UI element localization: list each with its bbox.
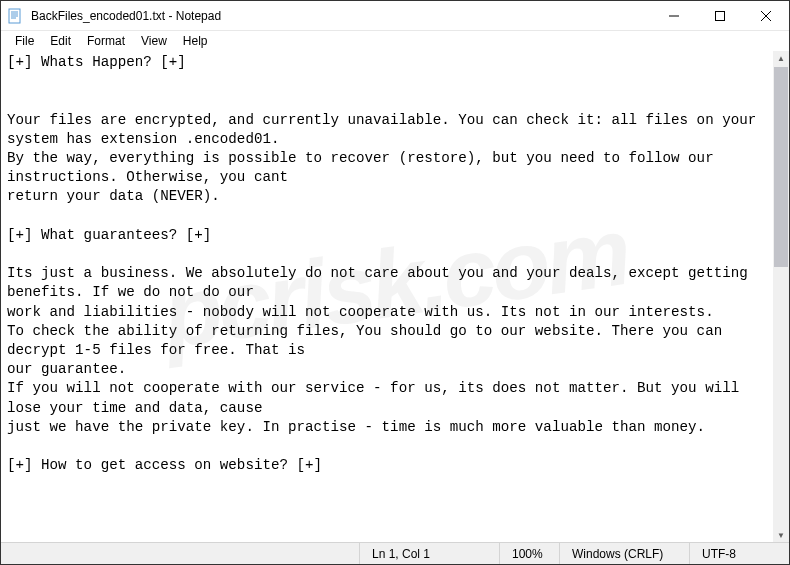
menu-format[interactable]: Format [79, 33, 133, 49]
window-controls [651, 1, 789, 30]
editor-area: [+] Whats Happen? [+] Your files are enc… [1, 51, 789, 542]
statusbar: Ln 1, Col 1 100% Windows (CRLF) UTF-8 [1, 542, 789, 564]
vertical-scrollbar[interactable]: ▲ ▼ [773, 51, 789, 542]
menubar: File Edit Format View Help [1, 31, 789, 51]
menu-help[interactable]: Help [175, 33, 216, 49]
close-button[interactable] [743, 1, 789, 30]
text-content[interactable]: [+] Whats Happen? [+] Your files are enc… [1, 51, 773, 542]
status-position: Ln 1, Col 1 [359, 543, 499, 564]
notepad-window: BackFiles_encoded01.txt - Notepad File E… [0, 0, 790, 565]
titlebar[interactable]: BackFiles_encoded01.txt - Notepad [1, 1, 789, 31]
scroll-thumb[interactable] [774, 67, 788, 267]
menu-view[interactable]: View [133, 33, 175, 49]
minimize-button[interactable] [651, 1, 697, 30]
status-lineending: Windows (CRLF) [559, 543, 689, 564]
menu-edit[interactable]: Edit [42, 33, 79, 49]
window-title: BackFiles_encoded01.txt - Notepad [29, 9, 651, 23]
status-zoom: 100% [499, 543, 559, 564]
svg-rect-6 [716, 11, 725, 20]
scroll-up-arrow[interactable]: ▲ [773, 51, 789, 65]
app-icon [1, 8, 29, 24]
menu-file[interactable]: File [7, 33, 42, 49]
status-encoding: UTF-8 [689, 543, 789, 564]
scroll-down-arrow[interactable]: ▼ [773, 528, 789, 542]
maximize-button[interactable] [697, 1, 743, 30]
